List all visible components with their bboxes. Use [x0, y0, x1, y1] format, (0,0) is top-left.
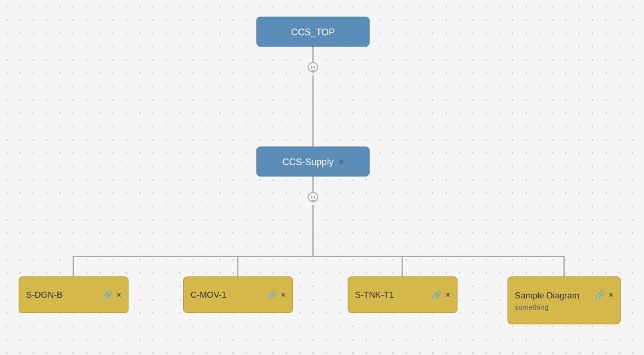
sample-diagram-content: something	[515, 303, 549, 311]
node-s-dgn-b[interactable]: S-DGN-B 🔗 ×	[19, 276, 129, 313]
svg-rect-11	[314, 66, 315, 69]
node-sample-diagram[interactable]: Sample Diagram 🔗 × something	[507, 276, 621, 324]
s-dgn-b-title-row: S-DGN-B 🔗 ×	[26, 290, 121, 300]
s-tnk-t1-link-icon[interactable]: 🔗	[432, 290, 442, 300]
c-mov-1-close-button[interactable]: ×	[281, 290, 286, 300]
sample-diagram-label: Sample Diagram	[515, 290, 591, 300]
node-ccs-supply-label: CCS-Supply	[282, 157, 334, 167]
s-tnk-t1-title-row: S-TNK-T1 🔗 ×	[355, 290, 450, 300]
node-s-tnk-t1[interactable]: S-TNK-T1 🔗 ×	[348, 276, 458, 313]
sample-diagram-title-row: Sample Diagram 🔗 ×	[515, 290, 613, 300]
node-c-mov-1[interactable]: C-MOV-1 🔗 ×	[183, 276, 293, 313]
sample-diagram-close-button[interactable]: ×	[609, 290, 613, 300]
sample-diagram-link-icon[interactable]: 🔗	[595, 290, 605, 300]
svg-rect-12	[312, 70, 314, 71]
s-tnk-t1-close-button[interactable]: ×	[446, 290, 450, 300]
svg-rect-10	[311, 66, 312, 69]
node-ccs-top-label: CCS_TOP	[291, 27, 335, 37]
s-tnk-t1-label: S-TNK-T1	[355, 290, 428, 300]
node-ccs-supply[interactable]: CCS-Supply ×	[256, 147, 370, 177]
s-dgn-b-close-button[interactable]: ×	[117, 290, 121, 300]
plug-icon-1	[307, 61, 319, 73]
node-ccs-top[interactable]: CCS_TOP	[256, 17, 370, 47]
ccs-supply-close-button[interactable]: ×	[339, 157, 344, 167]
s-dgn-b-label: S-DGN-B	[26, 290, 99, 300]
svg-rect-16	[312, 200, 314, 201]
svg-rect-14	[311, 196, 312, 198]
c-mov-1-link-icon[interactable]: 🔗	[267, 290, 277, 300]
s-dgn-b-link-icon[interactable]: 🔗	[103, 290, 113, 300]
c-mov-1-title-row: C-MOV-1 🔗 ×	[190, 290, 286, 300]
svg-rect-15	[314, 196, 315, 198]
diagram-canvas: CCS_TOP CCS-Supply × S-DGN-B 🔗 ×	[0, 0, 644, 355]
plug-icon-2	[307, 191, 319, 203]
c-mov-1-label: C-MOV-1	[190, 290, 263, 300]
